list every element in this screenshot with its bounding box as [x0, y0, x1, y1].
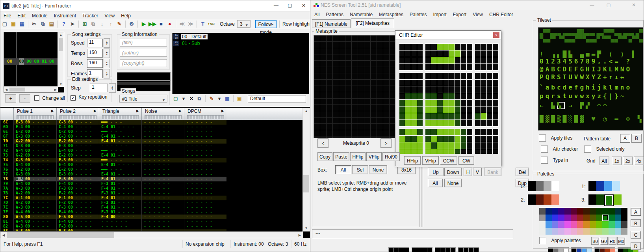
pattern-row[interactable]: 73G-2 00 - - - -E-2 00 - - - -E-4 01 - -… [0, 153, 303, 158]
move-up-icon[interactable]: ↑ [107, 21, 115, 28]
master-color[interactable] [571, 208, 577, 215]
master-color[interactable] [552, 208, 558, 215]
palette-swatch[interactable] [544, 181, 551, 191]
master-color[interactable] [590, 228, 596, 235]
chr-pixel[interactable] [437, 142, 443, 149]
pattern-cell[interactable]: - - - - - - [141, 134, 184, 139]
chr-pixel[interactable] [425, 93, 431, 99]
palette-quad-swatch[interactable] [435, 248, 440, 252]
palette-quad-swatch[interactable] [412, 248, 417, 252]
chr-pixel[interactable] [461, 129, 466, 135]
pattern-cell[interactable]: E-4 01 - - - - [99, 162, 141, 167]
pattern-cell[interactable]: - - - - - - [184, 205, 226, 210]
pattern-cell[interactable]: F-3 00 - - - - [56, 205, 99, 210]
chr-tile-block[interactable] [475, 43, 499, 71]
menu-instrument[interactable]: Instrument [50, 12, 79, 19]
chr-pixel[interactable] [467, 136, 472, 142]
new-instrument-icon[interactable]: ▢ [172, 95, 179, 102]
pattern-row[interactable]: 78A-5 00 - - - -F-5 00 - - - -F-4 01 - -… [0, 177, 303, 181]
chr-pixel[interactable] [481, 100, 486, 106]
palette-quad-swatch[interactable] [458, 248, 463, 252]
metasprite-hflip-button[interactable]: HFlip [350, 152, 366, 161]
master-color[interactable] [596, 208, 602, 215]
pattern-cell[interactable]: - - - - - - [184, 219, 226, 224]
chr-pixel[interactable] [399, 86, 405, 93]
chr-pixel[interactable] [411, 142, 417, 149]
chr-ccw-button[interactable]: CCW [440, 156, 457, 165]
chr-pixel[interactable] [493, 142, 498, 149]
chr-pixel[interactable] [461, 106, 466, 113]
chr-pixel[interactable] [417, 120, 423, 126]
pattern-cell[interactable]: - - - - - - [141, 224, 184, 229]
frame-value[interactable]: 00 [34, 58, 39, 65]
chr-pixel[interactable] [449, 113, 455, 119]
chr-pixel[interactable] [493, 44, 498, 50]
chr-pixel[interactable] [455, 50, 460, 57]
chr-pixel[interactable] [455, 44, 460, 50]
chr-pixel[interactable] [481, 64, 486, 70]
bg-palettes-strip[interactable] [388, 247, 479, 252]
chr-vflip-button[interactable]: VFlip [422, 156, 439, 165]
pattern-cell[interactable]: F-2 00 - - - - [56, 200, 99, 205]
chr-pixel[interactable] [405, 100, 411, 106]
pattern-cell[interactable]: F-3 01 - - - - [99, 210, 141, 215]
help-icon[interactable]: ? [60, 21, 68, 28]
chr-pixel[interactable] [449, 136, 455, 142]
pattern-cell[interactable]: - - - - - - [141, 158, 184, 162]
pattern-cell[interactable]: E-3 00 - - - - [13, 120, 56, 125]
key-repetition-option[interactable]: ✓ Key repetition [71, 94, 108, 101]
pattern-cell[interactable]: - - - [99, 167, 141, 172]
chr-pixel[interactable] [487, 80, 492, 86]
chr-pixel[interactable] [405, 106, 411, 113]
menu-all[interactable]: All [311, 11, 323, 18]
play-pattern-icon[interactable]: ▶▶ [148, 21, 156, 28]
save-instrument-icon[interactable]: ▦ [224, 95, 231, 102]
master-color[interactable] [539, 228, 546, 235]
master-color[interactable] [583, 215, 590, 221]
pattern-cell[interactable]: A-5 00 - - - - [13, 229, 56, 231]
grid-4x-button[interactable]: 4x [634, 157, 644, 165]
pattern-cell[interactable]: - - - - - - [99, 144, 141, 148]
master-color[interactable] [609, 228, 615, 235]
new-file-icon[interactable]: ▢ [1, 21, 9, 28]
pattern-cell[interactable]: F-4 00 - - - - [56, 219, 99, 224]
chr-pixel[interactable] [467, 44, 472, 50]
pattern-cell[interactable]: A-2 00 - - - - [13, 200, 56, 205]
menu-help[interactable]: Help [118, 12, 134, 19]
frames-spinner[interactable]: ▲▼ [104, 69, 110, 78]
chr-pixel[interactable] [399, 100, 405, 106]
chr-pixel[interactable] [437, 129, 443, 135]
chr-pixel[interactable] [493, 57, 498, 63]
chr-pixel[interactable] [411, 50, 417, 57]
type-in-option[interactable]: Type in [541, 157, 568, 164]
chr-pixel[interactable] [455, 100, 460, 106]
pattern-cell[interactable]: - - - - - - [184, 139, 226, 144]
pattern-cell[interactable]: - - - - - - [184, 120, 226, 125]
pattern-cell[interactable]: A-4 00 - - - - [13, 219, 56, 224]
close-icon[interactable]: ✕ [297, 0, 310, 11]
chr-pixel[interactable] [417, 136, 423, 142]
chr-pixel[interactable] [475, 50, 481, 57]
chr-pixel[interactable] [437, 106, 443, 113]
pattern-editor[interactable]: Pulse 1▶Pulse 2▶Triangle▶Noise▶DPCM▶ 6CE… [0, 107, 311, 239]
chr-pixel[interactable] [411, 73, 417, 79]
palette-swatch[interactable] [588, 194, 596, 205]
chr-pixel[interactable] [431, 64, 437, 70]
master-color[interactable] [552, 215, 558, 221]
chr-pixel[interactable] [475, 100, 481, 106]
chr-pixel[interactable] [405, 57, 411, 63]
chr-pixel[interactable] [417, 100, 423, 106]
master-color[interactable] [564, 228, 571, 235]
pattern-cell[interactable]: G-2 00 - - - - [13, 139, 56, 144]
channel-header-noise[interactable]: Noise▶ [141, 108, 184, 120]
chr-pixel[interactable] [411, 64, 417, 70]
master-color[interactable] [590, 215, 596, 221]
chr-pixel[interactable] [399, 106, 405, 113]
frame-value[interactable]: 00 [19, 58, 24, 65]
chr-pixel[interactable] [461, 50, 466, 57]
pattern-cell[interactable]: A-5 00 - - - - [13, 215, 56, 219]
step-spinner[interactable]: ▲▼ [109, 83, 116, 93]
move-down-icon[interactable]: ↓ [98, 21, 106, 28]
chr-pixel-grid[interactable] [399, 43, 498, 155]
edit-mode-icon[interactable]: ✎ [115, 21, 123, 28]
